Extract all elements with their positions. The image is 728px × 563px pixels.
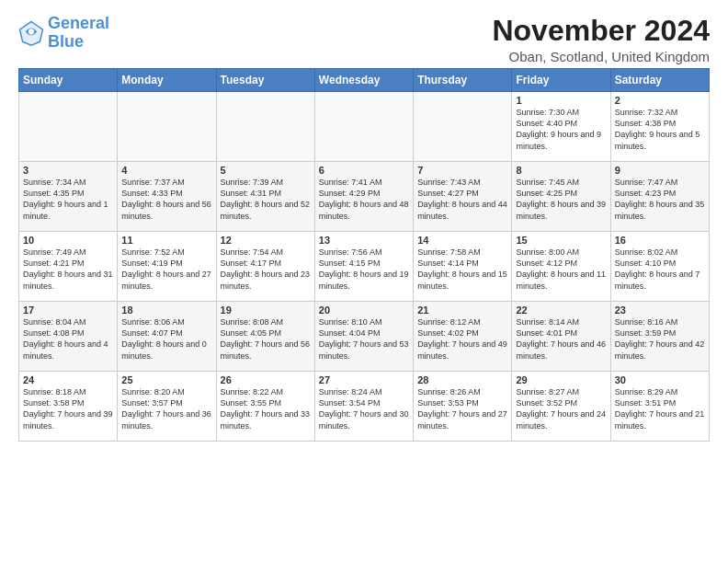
day-number: 21 — [417, 304, 507, 316]
day-number: 18 — [121, 304, 211, 316]
day-number: 3 — [23, 165, 113, 176]
table-row: 23Sunrise: 8:16 AM Sunset: 3:59 PM Dayli… — [610, 302, 709, 372]
table-row: 13Sunrise: 7:56 AM Sunset: 4:15 PM Dayli… — [314, 232, 413, 302]
table-row: 27Sunrise: 8:24 AM Sunset: 3:54 PM Dayli… — [314, 372, 413, 442]
day-info: Sunrise: 7:58 AM Sunset: 4:14 PM Dayligh… — [417, 247, 507, 292]
day-number: 17 — [23, 304, 113, 316]
day-info: Sunrise: 8:26 AM Sunset: 3:53 PM Dayligh… — [417, 386, 507, 431]
day-info: Sunrise: 8:02 AM Sunset: 4:10 PM Dayligh… — [615, 247, 705, 292]
calendar-week-1: 1Sunrise: 7:30 AM Sunset: 4:40 PM Daylig… — [19, 92, 710, 162]
day-number: 8 — [516, 165, 606, 176]
table-row — [118, 92, 216, 162]
table-row: 3Sunrise: 7:34 AM Sunset: 4:35 PM Daylig… — [19, 162, 118, 232]
day-info: Sunrise: 8:00 AM Sunset: 4:12 PM Dayligh… — [516, 247, 606, 292]
table-row: 21Sunrise: 8:12 AM Sunset: 4:02 PM Dayli… — [414, 302, 512, 372]
calendar-week-3: 10Sunrise: 7:49 AM Sunset: 4:21 PM Dayli… — [19, 232, 710, 302]
day-info: Sunrise: 7:47 AM Sunset: 4:23 PM Dayligh… — [615, 177, 705, 222]
day-info: Sunrise: 7:54 AM Sunset: 4:17 PM Dayligh… — [221, 247, 311, 292]
day-number: 11 — [121, 235, 211, 246]
day-info: Sunrise: 8:14 AM Sunset: 4:01 PM Dayligh… — [516, 316, 606, 362]
table-row: 30Sunrise: 8:29 AM Sunset: 3:51 PM Dayli… — [610, 372, 709, 442]
day-number: 1 — [516, 95, 606, 106]
day-info: Sunrise: 7:43 AM Sunset: 4:27 PM Dayligh… — [417, 177, 507, 222]
table-row: 28Sunrise: 8:26 AM Sunset: 3:53 PM Dayli… — [414, 372, 512, 442]
table-row — [414, 92, 512, 162]
col-monday: Monday — [118, 69, 216, 92]
day-info: Sunrise: 7:30 AM Sunset: 4:40 PM Dayligh… — [516, 107, 606, 152]
day-info: Sunrise: 7:32 AM Sunset: 4:38 PM Dayligh… — [615, 107, 705, 152]
page: General Blue November 2024 Oban, Scotlan… — [0, 0, 728, 451]
table-row: 18Sunrise: 8:06 AM Sunset: 4:07 PM Dayli… — [118, 302, 216, 372]
header: General Blue November 2024 Oban, Scotlan… — [18, 15, 710, 64]
calendar-week-4: 17Sunrise: 8:04 AM Sunset: 4:08 PM Dayli… — [19, 302, 710, 372]
day-number: 14 — [417, 235, 507, 246]
day-number: 20 — [319, 304, 409, 316]
day-info: Sunrise: 7:41 AM Sunset: 4:29 PM Dayligh… — [319, 177, 409, 222]
day-info: Sunrise: 8:12 AM Sunset: 4:02 PM Dayligh… — [417, 316, 507, 362]
day-number: 2 — [615, 95, 705, 106]
day-number: 4 — [121, 165, 211, 176]
table-row: 9Sunrise: 7:47 AM Sunset: 4:23 PM Daylig… — [610, 162, 709, 232]
table-row: 6Sunrise: 7:41 AM Sunset: 4:29 PM Daylig… — [314, 162, 413, 232]
day-info: Sunrise: 7:49 AM Sunset: 4:21 PM Dayligh… — [23, 247, 113, 292]
day-number: 16 — [615, 235, 705, 246]
col-thursday: Thursday — [414, 69, 512, 92]
logo-line2: Blue — [48, 33, 109, 52]
table-row: 29Sunrise: 8:27 AM Sunset: 3:52 PM Dayli… — [512, 372, 610, 442]
table-row: 2Sunrise: 7:32 AM Sunset: 4:38 PM Daylig… — [610, 92, 709, 162]
day-info: Sunrise: 7:37 AM Sunset: 4:33 PM Dayligh… — [121, 177, 211, 222]
day-number: 15 — [516, 235, 606, 246]
table-row: 22Sunrise: 8:14 AM Sunset: 4:01 PM Dayli… — [512, 302, 610, 372]
table-row: 25Sunrise: 8:20 AM Sunset: 3:57 PM Dayli… — [118, 372, 216, 442]
day-info: Sunrise: 8:18 AM Sunset: 3:58 PM Dayligh… — [23, 386, 113, 431]
table-row: 11Sunrise: 7:52 AM Sunset: 4:19 PM Dayli… — [118, 232, 216, 302]
calendar-table: Sunday Monday Tuesday Wednesday Thursday… — [18, 68, 710, 442]
table-row: 16Sunrise: 8:02 AM Sunset: 4:10 PM Dayli… — [610, 232, 709, 302]
day-info: Sunrise: 8:27 AM Sunset: 3:52 PM Dayligh… — [516, 386, 606, 431]
day-number: 5 — [221, 165, 311, 176]
day-number: 6 — [319, 165, 409, 176]
day-info: Sunrise: 7:39 AM Sunset: 4:31 PM Dayligh… — [221, 177, 311, 222]
col-friday: Friday — [512, 69, 610, 92]
table-row: 4Sunrise: 7:37 AM Sunset: 4:33 PM Daylig… — [118, 162, 216, 232]
table-row: 1Sunrise: 7:30 AM Sunset: 4:40 PM Daylig… — [512, 92, 610, 162]
day-number: 22 — [516, 304, 606, 316]
table-row: 8Sunrise: 7:45 AM Sunset: 4:25 PM Daylig… — [512, 162, 610, 232]
day-info: Sunrise: 7:56 AM Sunset: 4:15 PM Dayligh… — [319, 247, 409, 292]
logo-text-block: General Blue — [48, 15, 109, 52]
day-number: 28 — [417, 374, 507, 385]
table-row: 19Sunrise: 8:08 AM Sunset: 4:05 PM Dayli… — [216, 302, 314, 372]
table-row — [19, 92, 118, 162]
day-info: Sunrise: 8:06 AM Sunset: 4:07 PM Dayligh… — [121, 316, 211, 362]
location-title: Oban, Scotland, United Kingdom — [492, 49, 710, 64]
day-number: 25 — [121, 374, 211, 385]
table-row: 20Sunrise: 8:10 AM Sunset: 4:04 PM Dayli… — [314, 302, 413, 372]
logo-icon — [18, 20, 44, 46]
day-number: 7 — [417, 165, 507, 176]
day-info: Sunrise: 8:24 AM Sunset: 3:54 PM Dayligh… — [319, 386, 409, 431]
col-tuesday: Tuesday — [216, 69, 314, 92]
day-number: 29 — [516, 374, 606, 385]
col-wednesday: Wednesday — [314, 69, 413, 92]
calendar-header-row: Sunday Monday Tuesday Wednesday Thursday… — [19, 69, 710, 92]
day-number: 12 — [221, 235, 311, 246]
logo: General Blue — [18, 15, 109, 52]
day-number: 9 — [615, 165, 705, 176]
title-block: November 2024 Oban, Scotland, United Kin… — [492, 15, 710, 64]
day-number: 30 — [615, 374, 705, 385]
day-info: Sunrise: 7:45 AM Sunset: 4:25 PM Dayligh… — [516, 177, 606, 222]
day-number: 24 — [23, 374, 113, 385]
table-row: 7Sunrise: 7:43 AM Sunset: 4:27 PM Daylig… — [414, 162, 512, 232]
table-row — [314, 92, 413, 162]
day-info: Sunrise: 8:29 AM Sunset: 3:51 PM Dayligh… — [615, 386, 705, 431]
table-row: 5Sunrise: 7:39 AM Sunset: 4:31 PM Daylig… — [216, 162, 314, 232]
month-title: November 2024 — [492, 15, 710, 47]
day-number: 26 — [221, 374, 311, 385]
day-number: 27 — [319, 374, 409, 385]
table-row: 12Sunrise: 7:54 AM Sunset: 4:17 PM Dayli… — [216, 232, 314, 302]
day-info: Sunrise: 7:52 AM Sunset: 4:19 PM Dayligh… — [121, 247, 211, 292]
table-row: 14Sunrise: 7:58 AM Sunset: 4:14 PM Dayli… — [414, 232, 512, 302]
calendar-week-5: 24Sunrise: 8:18 AM Sunset: 3:58 PM Dayli… — [19, 372, 710, 442]
logo-line1: General — [48, 15, 109, 33]
calendar-week-2: 3Sunrise: 7:34 AM Sunset: 4:35 PM Daylig… — [19, 162, 710, 232]
